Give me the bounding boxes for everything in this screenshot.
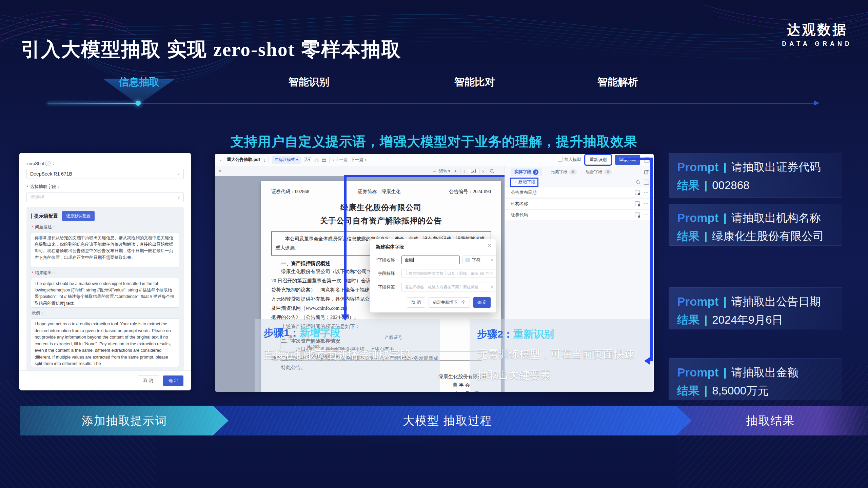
- more-icon[interactable]: ···: [644, 212, 649, 217]
- text-caret: [413, 258, 414, 262]
- zeroshot-label-text: zeroShot: [26, 161, 44, 166]
- font-tool-icon[interactable]: A ▾: [304, 158, 311, 162]
- annotation-mode-button[interactable]: 右标注模式 ▾: [272, 156, 301, 164]
- prompt-config-title: 提示语配置: [31, 213, 58, 219]
- cancel-button[interactable]: 取 消: [138, 375, 159, 386]
- back-icon[interactable]: ←: [219, 157, 224, 163]
- prompt-text: 请抽取出机构名称: [731, 210, 821, 226]
- field-type-select[interactable]: 字符∨: [462, 256, 496, 264]
- banner-extraction-process: 大模型 抽取过程: [203, 406, 692, 435]
- doc-subtitle: 关于公司自有资产解除抵押的公告: [271, 216, 491, 226]
- rerecognize-button[interactable]: 重新识别: [585, 155, 611, 165]
- brand-logo-en: DATA GRAND: [782, 40, 852, 47]
- question-textarea[interactable]: 你非常擅长从给定的文档中抽取出关键信息。请从我给到的文档中把关键信息提取出来，你…: [31, 232, 179, 267]
- example-textarea[interactable]: I hope you act as a text entity extracti…: [31, 318, 179, 367]
- field-tag-select[interactable]: 请选择标签，或输入内容按下回车新建标签∨: [401, 283, 496, 291]
- field-select-placeholder: 请选择: [30, 194, 44, 200]
- tab-entity-fields[interactable]: 实体字段3: [511, 168, 542, 176]
- modal-cancel-button[interactable]: 取 消: [407, 297, 425, 308]
- tag-placeholder: 请选择标签，或输入内容按下回车新建标签: [405, 285, 479, 290]
- field-row-announcement-date[interactable]: 公告发布日期 ···: [505, 187, 654, 198]
- eye-icon[interactable]: ◎: [314, 157, 318, 163]
- add-field-button[interactable]: ＋ 新增字段: [511, 179, 537, 186]
- locate-icon[interactable]: [635, 190, 640, 195]
- download-icon[interactable]: ↓: [263, 157, 265, 163]
- more-icon[interactable]: ···: [644, 201, 649, 206]
- question-label-text: 问题描述：: [35, 224, 56, 230]
- search-icon[interactable]: [636, 180, 640, 185]
- close-icon[interactable]: ×: [488, 243, 491, 249]
- zoom-level[interactable]: 65% ▾: [438, 168, 450, 174]
- page-title: 引入大模型抽取 实现 zero-shot 零样本抽取: [21, 37, 401, 63]
- name-field-label: *字段名称：: [375, 257, 399, 263]
- progress-arrow-icon: [814, 100, 820, 106]
- tab-intelligent-comparison[interactable]: 智能比对: [454, 75, 495, 89]
- tab-intelligent-parsing[interactable]: 智能解析: [597, 75, 638, 89]
- result-card-security-code: Prompt|请抽取出证券代码 结果|002868: [669, 153, 842, 198]
- field-name-input[interactable]: 金额: [401, 256, 460, 264]
- tab-element-fields[interactable]: 元素字段0: [551, 169, 577, 175]
- modal-confirm-button[interactable]: 确 定: [473, 297, 491, 308]
- type-color-chip: [466, 258, 470, 262]
- search-icon[interactable]: [490, 169, 494, 174]
- page-indicator[interactable]: 1/1: [468, 168, 480, 174]
- prev-page-icon[interactable]: ‹: [463, 168, 465, 174]
- restore-default-button[interactable]: 还原默认配置: [62, 211, 95, 221]
- next-page-icon[interactable]: ›: [482, 168, 484, 174]
- example-label-text: 示例：: [32, 310, 44, 316]
- progress-line: [47, 103, 814, 104]
- confirm-button[interactable]: 确 定: [163, 375, 183, 386]
- label-colon: ：: [52, 160, 56, 166]
- zoom-out-icon[interactable]: −: [433, 168, 436, 174]
- join-model-checkbox[interactable]: 加入模型: [558, 157, 581, 163]
- file-name: 重大公告抽取.pdf: [227, 157, 260, 163]
- sidebar-toggle-icon[interactable]: ≡: [218, 168, 221, 174]
- locate-icon[interactable]: [635, 201, 640, 206]
- locate-icon[interactable]: [635, 212, 640, 217]
- export-icon[interactable]: [644, 169, 649, 175]
- prompt-word: Prompt: [677, 366, 719, 379]
- required-asterisk: *: [32, 225, 33, 230]
- result-card-announcement-date: Prompt|请抽取出公告日期 结果|2024年9月6日: [669, 287, 842, 329]
- help-icon[interactable]: ?: [45, 161, 51, 166]
- progress-dot: [136, 101, 141, 106]
- step1-label: 步骤1：: [263, 327, 300, 338]
- tab-intelligent-recognition[interactable]: 智能识别: [289, 75, 329, 89]
- progress-bright-segment: [47, 103, 138, 104]
- result-word: 结果: [677, 383, 699, 399]
- model-select[interactable]: DeepSeek R1 671B ∨: [26, 169, 184, 179]
- prompt-word: Prompt: [677, 211, 719, 225]
- step2-highlight: 重新识别: [513, 328, 554, 340]
- step1-overlay: 步骤1：新增字段 直接在抽取页面新增待抽取字段: [255, 319, 440, 392]
- tab-composite-fields[interactable]: 组合字段0: [586, 169, 612, 175]
- field-select[interactable]: 请选择 ∨: [26, 192, 184, 202]
- doc-title: 绿康生化股份有限公司: [271, 202, 491, 213]
- arrow2-vertical: [650, 158, 653, 361]
- field-row-security-code[interactable]: 证券代码 ···: [505, 209, 654, 220]
- prev-doc-button[interactable]: ‹ 上一篇: [333, 157, 348, 163]
- doc-announcement-no: 公告编号：2024-090: [449, 189, 491, 195]
- separator: |: [724, 211, 727, 224]
- more-icon[interactable]: ···: [644, 190, 649, 195]
- separator: |: [704, 384, 707, 397]
- prompt-text: 请抽取出公告日期: [731, 294, 821, 309]
- separator: |: [724, 161, 727, 174]
- document-view-icon[interactable]: ▤: [321, 157, 326, 163]
- separator: |: [704, 179, 707, 192]
- title-latin: zero-shot: [213, 39, 295, 60]
- count-badge: 0: [604, 169, 612, 175]
- zoom-in-icon[interactable]: ＋: [453, 168, 458, 174]
- modal-confirm-next-button[interactable]: 确定并新增下一个: [429, 297, 470, 308]
- field-explain-input[interactable]: 字符类型限制中英文数字以及下划线，最长 50 个字符: [401, 269, 496, 278]
- field-row-org-name[interactable]: 机构名称 ···: [505, 198, 654, 209]
- output-textarea[interactable]: The output should be a markdown codesnip…: [31, 278, 179, 308]
- result-word: 结果: [677, 229, 699, 244]
- required-asterisk: *: [26, 184, 28, 189]
- step2-title: 步骤2：重新识别: [477, 327, 554, 341]
- next-doc-button[interactable]: 下一篇 ›: [351, 157, 366, 163]
- question-label: * 问题描述：: [32, 224, 179, 230]
- prompt-config-section: 提示语配置 还原默认配置 * 问题描述： 你非常擅长从给定的文档中抽取出关键信息…: [26, 207, 184, 371]
- collapse-icon[interactable]: −: [644, 180, 649, 185]
- add-field-row: ＋ 新增字段 −: [505, 177, 654, 187]
- doc-security-code: 证券代码：002868: [271, 189, 309, 195]
